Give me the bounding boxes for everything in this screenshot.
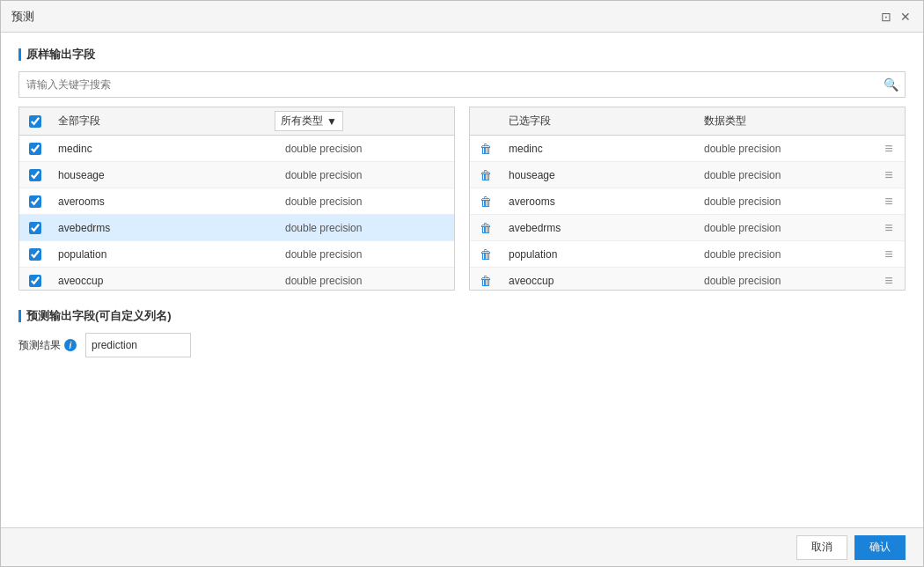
row-name: averooms	[51, 195, 278, 208]
delete-cell[interactable]: 🗑	[470, 274, 502, 288]
row-checkbox[interactable]	[29, 222, 41, 234]
menu-icon[interactable]: ≡	[884, 141, 892, 157]
row-name: aveoccup	[51, 275, 278, 287]
left-th-type[interactable]: 所有类型 ▼	[268, 111, 444, 131]
delete-cell[interactable]: 🗑	[470, 221, 502, 235]
right-row-type: double precision	[697, 143, 873, 155]
left-table: 全部字段 所有类型 ▼ medinc double preci	[18, 107, 455, 291]
menu-cell[interactable]: ≡	[873, 141, 905, 157]
right-row-type: double precision	[697, 195, 873, 208]
trash-icon[interactable]: 🗑	[480, 195, 492, 209]
menu-cell[interactable]: ≡	[873, 247, 905, 262]
prediction-input[interactable]	[85, 333, 191, 357]
chevron-down-icon: ▼	[326, 115, 337, 128]
right-table-row: 🗑 population double precision ≡	[470, 241, 905, 268]
trash-icon[interactable]: 🗑	[480, 221, 492, 235]
dialog: 预测 ⊡ ✕ 原样输出字段 🔍 全部字段	[0, 0, 924, 567]
row-check-cell	[19, 169, 51, 181]
confirm-button[interactable]: 确认	[854, 535, 906, 560]
info-icon[interactable]: i	[64, 339, 77, 351]
menu-cell[interactable]: ≡	[873, 194, 905, 210]
row-name: avebedrms	[51, 222, 278, 234]
delete-cell[interactable]: 🗑	[470, 247, 502, 261]
row-type: double precision	[278, 248, 454, 261]
row-check-cell	[19, 248, 51, 261]
search-icon: 🔍	[884, 77, 898, 92]
right-row-name: averooms	[502, 195, 697, 208]
row-type: double precision	[278, 143, 454, 155]
row-type: double precision	[278, 195, 454, 208]
delete-cell[interactable]: 🗑	[470, 168, 502, 182]
row-checkbox[interactable]	[29, 248, 41, 261]
trash-icon[interactable]: 🗑	[480, 168, 492, 182]
right-row-name: houseage	[502, 169, 697, 181]
check-all-checkbox[interactable]	[29, 115, 41, 128]
menu-icon[interactable]: ≡	[884, 194, 892, 210]
right-table-section: 已选字段 数据类型 🗑 medinc double precision ≡ 🗑 …	[469, 107, 906, 291]
row-type: double precision	[278, 275, 454, 287]
right-row-type: double precision	[697, 248, 873, 261]
right-th-type: 数据类型	[697, 114, 873, 129]
row-checkbox[interactable]	[29, 143, 41, 155]
delete-cell[interactable]: 🗑	[470, 142, 502, 156]
left-table-body: medinc double precision houseage double …	[19, 136, 454, 290]
title-bar-actions: ⊡ ✕	[879, 10, 913, 24]
row-check-cell	[19, 195, 51, 208]
right-table: 已选字段 数据类型 🗑 medinc double precision ≡ 🗑 …	[469, 107, 906, 291]
menu-icon[interactable]: ≡	[884, 273, 892, 289]
search-input[interactable]	[18, 71, 906, 98]
row-name: houseage	[51, 169, 278, 181]
original-fields-title: 原样输出字段	[18, 47, 906, 63]
trash-icon[interactable]: 🗑	[480, 247, 492, 261]
row-name: medinc	[51, 143, 278, 155]
cancel-button[interactable]: 取消	[796, 535, 847, 560]
menu-cell[interactable]: ≡	[873, 273, 905, 289]
row-check-cell	[19, 275, 51, 287]
right-row-name: avebedrms	[502, 222, 697, 234]
search-bar: 🔍	[18, 71, 906, 98]
right-table-row: 🗑 medinc double precision ≡	[470, 136, 905, 162]
menu-cell[interactable]: ≡	[873, 167, 905, 183]
menu-icon[interactable]: ≡	[884, 247, 892, 262]
row-type: double precision	[278, 169, 454, 181]
row-type: double precision	[278, 222, 454, 234]
content: 原样输出字段 🔍 全部字段 所有类型	[1, 33, 923, 527]
menu-icon[interactable]: ≡	[884, 167, 892, 183]
right-table-row: 🗑 avebedrms double precision ≡	[470, 215, 905, 241]
type-select[interactable]: 所有类型 ▼	[275, 111, 343, 131]
left-th-name: 全部字段	[51, 114, 268, 129]
menu-icon[interactable]: ≡	[884, 220, 892, 236]
row-checkbox[interactable]	[29, 195, 41, 208]
left-table-header: 全部字段 所有类型 ▼	[19, 107, 454, 136]
right-table-row: 🗑 averooms double precision ≡	[470, 188, 905, 215]
right-row-name: population	[502, 248, 697, 261]
trash-icon[interactable]: 🗑	[480, 142, 492, 156]
prediction-row: 预测结果 i	[18, 333, 906, 357]
row-check-cell	[19, 143, 51, 155]
row-checkbox[interactable]	[29, 275, 41, 287]
row-name: population	[51, 248, 278, 261]
right-th-name: 已选字段	[502, 114, 697, 129]
trash-icon[interactable]: 🗑	[480, 274, 492, 288]
row-check-cell	[19, 222, 51, 234]
close-button[interactable]: ✕	[898, 10, 913, 24]
left-table-row: aveoccup double precision	[19, 268, 454, 290]
left-table-row: houseage double precision	[19, 162, 454, 188]
row-checkbox[interactable]	[29, 169, 41, 181]
tables-row: 全部字段 所有类型 ▼ medinc double preci	[18, 107, 906, 291]
right-row-type: double precision	[697, 222, 873, 234]
restore-button[interactable]: ⊡	[879, 10, 893, 24]
right-row-name: medinc	[502, 143, 697, 155]
check-all-cell	[19, 115, 51, 128]
left-table-section: 全部字段 所有类型 ▼ medinc double preci	[18, 107, 455, 291]
right-table-header: 已选字段 数据类型	[470, 107, 905, 136]
prediction-section: 预测输出字段(可自定义列名) 预测结果 i	[18, 308, 906, 357]
delete-cell[interactable]: 🗑	[470, 195, 502, 209]
left-table-row: medinc double precision	[19, 136, 454, 162]
menu-cell[interactable]: ≡	[873, 220, 905, 236]
right-table-row: 🗑 houseage double precision ≡	[470, 162, 905, 188]
left-table-row: population double precision	[19, 241, 454, 268]
dialog-title: 预测	[11, 9, 34, 25]
title-bar: 预测 ⊡ ✕	[1, 1, 923, 33]
right-table-row: 🗑 aveoccup double precision ≡	[470, 268, 905, 290]
